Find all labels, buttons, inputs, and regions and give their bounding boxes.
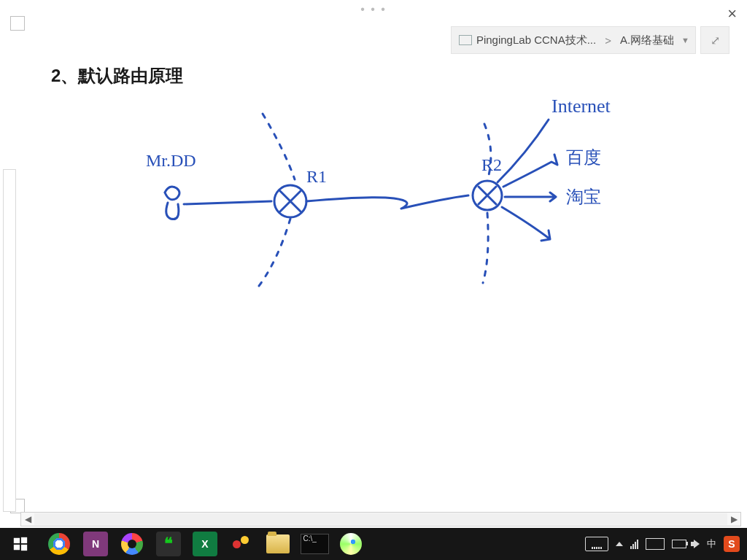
taskbar-onenote[interactable]: N bbox=[77, 528, 114, 560]
ink-label-taobao: 淘宝 bbox=[566, 187, 601, 206]
taskbar-explorer[interactable] bbox=[260, 528, 296, 560]
folder-icon bbox=[266, 534, 290, 553]
system-tray: 中 S bbox=[585, 528, 747, 560]
start-button[interactable] bbox=[0, 528, 41, 560]
onenote-icon: N bbox=[83, 532, 108, 556]
ink-label-r1: R1 bbox=[306, 167, 327, 186]
wechat-icon: ❝ bbox=[156, 532, 181, 556]
tray-device-icon[interactable] bbox=[646, 528, 665, 560]
onenote-page: • • • × PingingLab CCNA技术... > A.网络基础 ▼ … bbox=[0, 0, 747, 528]
section-name: A.网络基础 bbox=[620, 34, 674, 47]
ink-label-user: Mr.DD bbox=[146, 151, 196, 170]
excel-icon: X bbox=[193, 532, 217, 556]
notebook-icon bbox=[459, 35, 472, 45]
scroll-track[interactable] bbox=[34, 513, 727, 525]
chrome-icon bbox=[48, 533, 70, 555]
tray-battery-icon[interactable] bbox=[672, 528, 686, 560]
taskbar-media[interactable] bbox=[333, 528, 369, 560]
balls-icon bbox=[231, 533, 252, 555]
cmd-icon: C:\_ bbox=[301, 534, 329, 554]
tray-sogou[interactable]: S bbox=[724, 528, 740, 560]
svg-rect-4 bbox=[14, 545, 20, 550]
left-margin-scroll[interactable] bbox=[3, 169, 16, 512]
chevron-down-icon[interactable]: ▼ bbox=[681, 36, 695, 44]
ink-label-baidu: 百度 bbox=[566, 148, 601, 167]
taskbar-wechat[interactable]: ❝ bbox=[150, 528, 187, 560]
svg-point-1 bbox=[473, 181, 502, 210]
window-grip[interactable]: • • • bbox=[360, 3, 387, 16]
page-title: 2、默认路由原理 bbox=[51, 64, 183, 88]
tray-network-icon[interactable] bbox=[630, 528, 638, 560]
close-icon[interactable]: × bbox=[727, 4, 737, 23]
breadcrumb[interactable]: PingingLab CCNA技术... > A.网络基础 ▼ bbox=[451, 26, 696, 54]
taskbar-photos[interactable] bbox=[114, 528, 150, 560]
svg-point-0 bbox=[274, 185, 306, 217]
page-handle-top[interactable] bbox=[10, 16, 25, 31]
taskbar-excel[interactable]: X bbox=[187, 528, 223, 560]
fullscreen-button[interactable]: ⤢ bbox=[700, 26, 729, 54]
ink-label-r2: R2 bbox=[481, 155, 502, 174]
tray-ime[interactable]: 中 bbox=[707, 528, 716, 560]
ink-label-internet: Internet bbox=[551, 96, 611, 117]
taskbar-cmd[interactable]: C:\_ bbox=[296, 528, 333, 560]
section-crumb[interactable]: A.网络基础 bbox=[613, 34, 681, 47]
scroll-right-icon[interactable]: ▶ bbox=[727, 513, 740, 525]
sogou-icon: S bbox=[724, 536, 740, 552]
taskbar-chrome[interactable] bbox=[41, 528, 77, 560]
tray-keyboard-icon[interactable] bbox=[585, 528, 608, 560]
swirl-icon bbox=[340, 533, 362, 555]
notebook-name: PingingLab CCNA技术... bbox=[476, 34, 596, 47]
tray-volume-icon[interactable] bbox=[694, 528, 700, 560]
breadcrumb-separator: > bbox=[603, 34, 613, 47]
notebook-crumb[interactable]: PingingLab CCNA技术... bbox=[452, 34, 603, 47]
tray-overflow-icon[interactable] bbox=[616, 528, 623, 560]
taskbar-apps[interactable] bbox=[223, 528, 260, 560]
svg-rect-5 bbox=[21, 545, 27, 551]
svg-rect-3 bbox=[21, 537, 27, 543]
horizontal-scrollbar[interactable]: ◀ ▶ bbox=[20, 512, 741, 526]
scroll-left-icon[interactable]: ◀ bbox=[21, 513, 34, 525]
color-wheel-icon bbox=[121, 533, 143, 555]
taskbar: N ❝ X C:\_ 中 S bbox=[0, 528, 747, 560]
svg-rect-2 bbox=[14, 538, 20, 543]
